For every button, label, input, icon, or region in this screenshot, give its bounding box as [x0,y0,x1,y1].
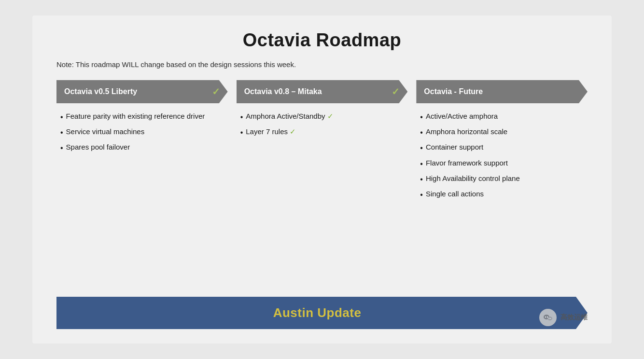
bottom-banner: Austin Update [56,297,588,329]
col-mitaka-items: Amphora Active/Standby ✓ Layer 7 rules ✓ [237,110,408,141]
col-mitaka-title: Octavia v0.8 – Mitaka [244,87,322,96]
list-item: Service virtual machines [60,125,224,139]
list-item: Feature parity with existing reference d… [60,110,224,124]
list-item: Amphora Active/Standby ✓ [240,110,404,124]
svg-point-4 [549,318,550,319]
list-item: Layer 7 rules ✓ [240,125,404,139]
col-future: Octavia - Future Active/Active amphora A… [416,80,588,285]
columns-container: Octavia v0.5 Liberty ✓ Feature parity wi… [56,80,588,285]
col-liberty: Octavia v0.5 Liberty ✓ Feature parity wi… [56,80,228,285]
item-check-icon: ✓ [290,127,296,136]
col-liberty-title: Octavia v0.5 Liberty [64,87,137,96]
slide: Octavia Roadmap Note: This roadmap WILL … [32,15,612,344]
col-liberty-header: Octavia v0.5 Liberty ✓ [56,80,228,103]
bottom-banner-text: Austin Update [273,305,362,320]
col-liberty-items: Feature parity with existing reference d… [56,110,228,157]
col-future-title: Octavia - Future [424,87,483,96]
col-mitaka-check: ✓ [392,86,400,97]
list-item: Amphora horizontal scale [420,125,584,139]
col-mitaka-header: Octavia v0.8 – Mitaka ✓ [237,80,408,103]
note-text: Note: This roadmap WILL change based on … [56,60,588,69]
col-mitaka: Octavia v0.8 – Mitaka ✓ Amphora Active/S… [237,80,408,285]
list-item: Active/Active amphora [420,110,584,124]
watermark: 高效运维 [539,309,588,326]
item-check-icon: ✓ [327,112,334,120]
svg-point-1 [547,317,552,320]
list-item: Flavor framework support [420,157,584,170]
svg-point-3 [547,317,548,318]
col-future-items: Active/Active amphora Amphora horizontal… [416,110,588,203]
watermark-label: 高效运维 [560,313,588,322]
col-future-header: Octavia - Future [416,80,588,103]
wechat-icon [539,309,557,326]
list-item: High Availability control plane [420,172,584,186]
slide-title: Octavia Roadmap [56,30,588,51]
list-item: Single call actions [420,188,584,201]
svg-point-5 [550,318,551,319]
svg-point-2 [545,317,546,318]
list-item: Container support [420,141,584,154]
col-liberty-check: ✓ [212,86,220,97]
list-item: Spares pool failover [60,141,224,154]
